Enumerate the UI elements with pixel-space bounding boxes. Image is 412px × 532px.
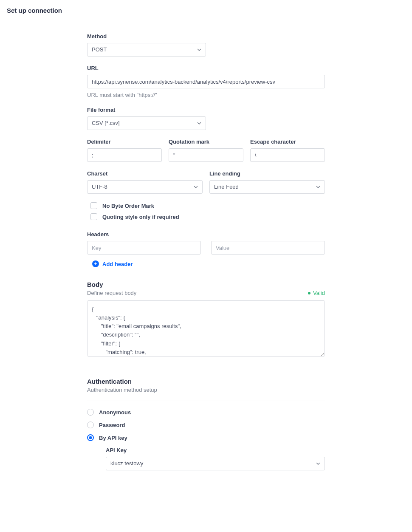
quoting-style-row: Quoting style only if required (87, 213, 325, 220)
quoting-style-checkbox[interactable] (90, 213, 97, 220)
method-label: Method (87, 33, 325, 40)
method-field: Method POST (87, 33, 325, 57)
file-format-field: File format CSV [*.csv] (87, 107, 325, 130)
body-textarea[interactable] (87, 300, 325, 357)
escape-label: Escape character (250, 139, 325, 145)
page-header: Set up connection (0, 0, 412, 21)
body-valid-badge: Valid (308, 290, 325, 296)
add-header-button[interactable]: + Add header (87, 260, 133, 267)
encoding-row: Charset UTF-8 Line ending Line Feed (87, 170, 325, 194)
auth-option-anonymous[interactable]: Anonymous (87, 409, 325, 416)
auth-section: Authentication Authentication method set… (87, 378, 325, 470)
file-format-select-wrap: CSV [*.csv] (87, 116, 206, 130)
url-input[interactable] (87, 75, 325, 88)
line-ending-label: Line ending (209, 170, 325, 177)
header-key-input[interactable] (87, 241, 201, 255)
escape-input[interactable] (250, 148, 325, 162)
url-field: URL URL must start with "https://" (87, 65, 325, 98)
valid-dot-icon (308, 292, 310, 294)
header-value-input[interactable] (211, 241, 325, 255)
method-select-wrap: POST (87, 43, 206, 57)
api-key-select-wrap: klucz testowy (106, 457, 325, 470)
api-key-label: API Key (106, 447, 325, 453)
headers-label: Headers (87, 231, 325, 238)
radio-password-label: Password (99, 422, 125, 428)
file-format-label: File format (87, 107, 325, 113)
method-select[interactable]: POST (87, 43, 206, 57)
headers-row (87, 241, 325, 255)
header-value-col (211, 241, 325, 255)
add-header-label: Add header (102, 261, 133, 267)
radio-anonymous-label: Anonymous (99, 409, 131, 416)
headers-field: Headers + Add header (87, 231, 325, 267)
api-key-block: API Key klucz testowy (87, 447, 325, 470)
auth-title: Authentication (87, 378, 325, 385)
charset-select[interactable]: UTF-8 (87, 180, 203, 194)
auth-divider (87, 401, 325, 401)
url-label: URL (87, 65, 325, 71)
quotation-field: Quotation mark (169, 139, 243, 162)
auth-option-password[interactable]: Password (87, 422, 325, 428)
auth-subtitle: Authentication method setup (87, 387, 325, 393)
line-ending-select[interactable]: Line Feed (209, 180, 325, 194)
plus-circle-icon: + (92, 260, 99, 267)
body-subtitle: Define request body (87, 290, 136, 296)
api-key-select[interactable]: klucz testowy (106, 457, 325, 470)
auth-option-api-key[interactable]: By API key (87, 434, 325, 441)
page-title: Set up connection (7, 7, 405, 14)
file-format-select[interactable]: CSV [*.csv] (87, 116, 206, 130)
form-area: Method POST URL URL must start with "htt… (87, 33, 325, 470)
line-ending-select-wrap: Line Feed (209, 180, 325, 194)
radio-api-key-label: By API key (99, 435, 127, 441)
no-bom-row: No Byte Order Mark (87, 202, 325, 209)
delimiter-label: Delimiter (87, 139, 162, 145)
delimiter-field: Delimiter (87, 139, 162, 162)
body-titles: Body Define request body (87, 281, 136, 296)
csv-row: Delimiter Quotation mark Escape characte… (87, 139, 325, 162)
url-hint: URL must start with "https://" (87, 92, 325, 98)
line-ending-field: Line ending Line Feed (209, 170, 325, 194)
body-title: Body (87, 281, 136, 288)
escape-field: Escape character (250, 139, 325, 162)
charset-field: Charset UTF-8 (87, 170, 203, 194)
radio-anonymous[interactable] (87, 409, 94, 416)
delimiter-input[interactable] (87, 148, 162, 162)
no-bom-checkbox[interactable] (90, 202, 97, 209)
header-key-col (87, 241, 201, 255)
radio-api-key[interactable] (87, 434, 94, 441)
radio-password[interactable] (87, 422, 94, 428)
charset-select-wrap: UTF-8 (87, 180, 203, 194)
quotation-label: Quotation mark (169, 139, 243, 145)
body-section: Body Define request body Valid (87, 281, 325, 358)
body-header: Body Define request body Valid (87, 281, 325, 296)
quotation-input[interactable] (169, 148, 243, 162)
quoting-style-label: Quoting style only if required (102, 214, 179, 220)
valid-label: Valid (313, 290, 325, 296)
no-bom-label: No Byte Order Mark (102, 203, 154, 209)
charset-label: Charset (87, 170, 203, 177)
checkbox-group: No Byte Order Mark Quoting style only if… (87, 202, 325, 220)
